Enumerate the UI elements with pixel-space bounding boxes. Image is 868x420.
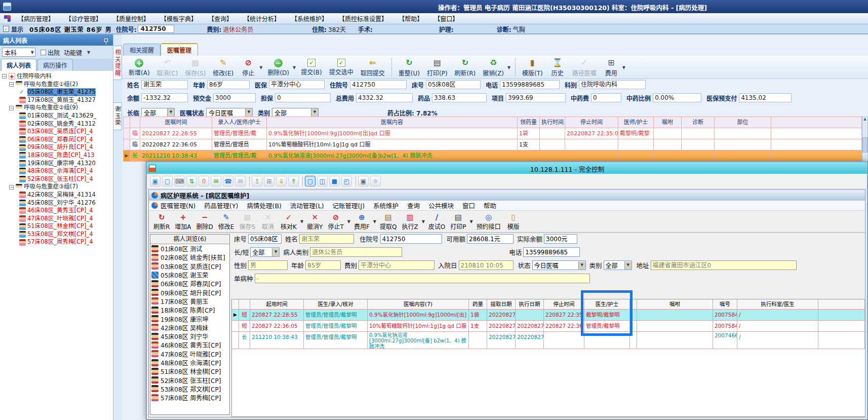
toolbar-button[interactable]: ✎修改E <box>216 212 237 231</box>
column-header[interactable]: 提取日期 <box>487 299 516 310</box>
toolbar-button[interactable]: ∕皮试O <box>426 212 448 231</box>
column-header[interactable]: 药量 <box>469 299 487 310</box>
toolbar-button[interactable]: ⊘停止 <box>237 57 259 78</box>
chat-icon[interactable]: ✉ <box>211 176 221 186</box>
order-row[interactable]: 临20220827 22:36:05管理员/管理员10%葡萄糖酸钙针[10ml:… <box>124 139 862 150</box>
toolbar-button[interactable]: ✕撤消Y <box>304 212 325 231</box>
menu-item[interactable]: 系统维护 <box>373 201 399 210</box>
column-header[interactable]: 执行时间 <box>540 117 565 128</box>
column-header[interactable]: 医生/护士 <box>584 299 630 310</box>
upload-icon[interactable]: ↥ <box>252 176 262 186</box>
menu-item[interactable]: 公共模块 <box>428 201 454 210</box>
tree-patient-item[interactable]: 01床08区_测试_413629_ <box>2 112 113 120</box>
order-row[interactable]: 短220827 22:36:05管理员/管理员/戴黎明10%葡萄糖酸钙针[10m… <box>232 321 865 332</box>
menu-item[interactable]: 【查询】 <box>208 14 232 23</box>
toolbar-button[interactable]: ▮模版(T) <box>519 57 546 78</box>
toolbar-button[interactable]: ⇐取回提交 <box>357 57 388 78</box>
ward-patient-item[interactable]: 47床08区 叶晓雅[CP] <box>150 350 229 358</box>
ward-patient-item[interactable]: 17床08区 黄丽玉 <box>150 297 229 306</box>
ward-patient-item[interactable]: 48床08区 佘海清[CP] <box>150 358 229 367</box>
ward-patient-item[interactable]: 53床08区 郑文棋[CP] <box>150 385 229 393</box>
column-header[interactable]: 执行科室/医生 <box>737 299 818 310</box>
dropdown-arrow-icon[interactable]: ▼ <box>259 65 262 70</box>
ward-patient-item[interactable]: 02床08区 姚金秀[扶贫] <box>150 253 229 261</box>
show-checkbox[interactable] <box>3 26 9 32</box>
dropdown-button-icon[interactable]: ▼ <box>311 108 318 117</box>
fullscreen-icon[interactable]: ▢ <box>162 176 173 186</box>
toolbar-button[interactable]: ▯模版 <box>503 212 524 231</box>
tree-patient-item[interactable]: 45床08区_刘宁华_41276 <box>2 199 113 207</box>
column-header[interactable]: 领药量 <box>518 117 540 128</box>
tree-group[interactable]: 呼吸与危重症②组(9) <box>2 104 113 112</box>
ward-patient-item[interactable]: 42床08区 吴梅妹 <box>150 323 229 332</box>
ward-patient-item[interactable]: 45床08区 刘宁华 <box>150 332 229 340</box>
column-header[interactable]: 录入人/医师/护士 <box>212 117 267 128</box>
window-solid-icon[interactable]: ■ <box>329 176 340 186</box>
session-group-icon[interactable]: ⊞ <box>264 176 274 186</box>
menu-item[interactable]: 【系统维护】 <box>291 14 328 23</box>
toolbar-button[interactable]: ⊕费用F <box>351 212 372 231</box>
column-header[interactable]: 医嘱内容 <box>267 117 518 128</box>
collapse-icon[interactable] <box>9 185 14 189</box>
menu-item[interactable]: 【帮助】 <box>399 14 423 23</box>
dropdown-arrow-icon[interactable]: ▼ <box>470 219 473 224</box>
column-header[interactable] <box>124 117 130 128</box>
zero-badge-icon[interactable]: 0 <box>199 176 209 186</box>
tools-icon[interactable]: ☼ <box>370 176 381 186</box>
toolbar-button[interactable]: ▤打印(P) <box>423 57 451 78</box>
tree-patient-item[interactable]: ✓05床08区_谢玉荣_41275 <box>2 88 113 96</box>
filter-select[interactable]: 今日医嘱▼ <box>206 108 253 117</box>
menu-item[interactable]: 窗口 <box>462 201 475 210</box>
menu-item[interactable]: 流动管理(L) <box>290 201 324 210</box>
toolbar-button[interactable]: −删除(D) <box>264 58 293 77</box>
column-header[interactable]: 医嘱时间 <box>140 117 212 128</box>
column-header[interactable]: 医生/录入/核对 <box>304 299 368 310</box>
toolbar-button[interactable]: +增加A <box>172 212 193 231</box>
field-value[interactable]: 13599889685 <box>523 247 580 257</box>
field-value[interactable]: 13599889685 <box>500 80 560 89</box>
column-header[interactable]: 诊断 <box>682 117 715 128</box>
menu-item[interactable]: 【诊疗管理】 <box>65 14 102 23</box>
field-value[interactable]: 0.00% <box>653 93 701 102</box>
menu-item[interactable]: 帮助 <box>484 201 496 210</box>
toolbar-button[interactable]: +新增(A) <box>125 58 153 77</box>
collapse-icon[interactable] <box>9 106 14 110</box>
column-header[interactable]: 嘱号 <box>713 299 737 310</box>
field-value[interactable]: 谢玉荣 <box>141 80 188 89</box>
fnkey-menu[interactable]: 功能键 <box>64 48 82 57</box>
ward-patient-item[interactable]: 19床08区 康宗坤 <box>150 314 229 323</box>
menu-item[interactable]: 【窗口】 <box>434 14 458 23</box>
field-value[interactable]: 86岁 <box>207 80 250 89</box>
ward-patient-item[interactable]: 46床08区 黄秀玉[CP] <box>150 340 229 349</box>
toolbar-button[interactable]: ✎修改(E) <box>209 57 237 78</box>
tree-patient-item[interactable]: 57床08区_周秀梅[CP]_4 <box>2 238 113 246</box>
clipboard-send-icon[interactable]: ⇑ <box>288 176 299 186</box>
menu-item[interactable]: 查询 <box>407 201 420 210</box>
field-value[interactable]: -1332.32 <box>141 93 188 102</box>
menu-item[interactable]: 药品管理(Y) <box>204 201 238 210</box>
field-value[interactable]: 338.63 <box>432 93 487 102</box>
toolbar-button[interactable]: ◎预约接口 <box>474 212 503 231</box>
window-fit-icon[interactable]: ◰ <box>341 176 352 186</box>
form-select[interactable]: 全部▼ <box>604 260 632 270</box>
dropdown-arrow-icon[interactable]: ▼ <box>300 219 303 224</box>
toolbar-button[interactable]: ✓核对K <box>278 212 299 231</box>
tree-patient-item[interactable]: 03床08区_吴质连[CP]_4 <box>2 128 113 136</box>
clipboard-receive-icon[interactable]: ⇓ <box>276 176 287 186</box>
dropdown-arrow-icon[interactable]: ▼ <box>293 65 296 70</box>
tree-group[interactable]: 呼吸与危重症③组(7) <box>2 183 113 191</box>
field-value[interactable]: 3000 <box>213 93 256 102</box>
ward-patient-item[interactable]: 52床08区 张玉柱[CP] <box>150 375 229 384</box>
filter-select[interactable]: 全部▼ <box>141 108 175 117</box>
ward-patient-item[interactable]: 09床08区 胡升良[CP] <box>150 288 229 296</box>
field-value[interactable]: 3993.69 <box>506 93 566 102</box>
vtab-current-patient[interactable]: 谢玉荣 <box>113 102 122 130</box>
menu-item[interactable]: 病情处理(B) <box>247 201 282 210</box>
tree-patient-item[interactable]: 09床08区_胡升良[CP]_4 <box>2 143 113 151</box>
column-header[interactable]: 起用时间 <box>250 299 304 310</box>
toolbar-button[interactable]: ▤提取Q <box>377 212 399 231</box>
ward-patient-item[interactable]: 03床08区 吴质连[CP] <box>150 262 229 271</box>
dropdown-button-icon[interactable]: ▼ <box>167 108 174 117</box>
window-scale-icon[interactable]: ◫ <box>317 176 328 186</box>
field-value[interactable]: 平潭分中心 <box>269 80 325 89</box>
